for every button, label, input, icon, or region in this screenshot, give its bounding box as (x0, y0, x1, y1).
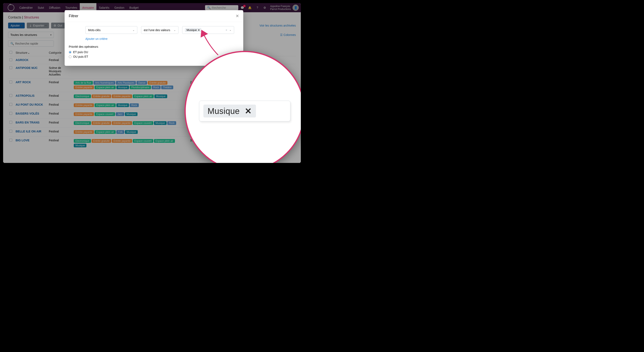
chevron-down-icon[interactable]: ⌄ (229, 28, 232, 32)
filter-value-chip[interactable]: Musique× (185, 28, 201, 32)
filter-field-select[interactable]: Mots-clés⌄ (86, 26, 137, 34)
callout-arrow (200, 32, 224, 57)
zoom-chip-x-icon: ✕ (245, 106, 252, 116)
radio-checked-icon (69, 51, 72, 53)
radio-unchecked-icon (69, 55, 72, 58)
zoom-chip: Musique✕ (204, 105, 256, 117)
chip-remove-icon[interactable]: × (198, 28, 200, 31)
filter-operator-select[interactable]: est l'une des valeurs⌄ (141, 26, 178, 34)
zoom-field: Musique✕ (199, 101, 290, 121)
close-icon[interactable]: ✕ (236, 13, 239, 18)
modal-title: Filtrer (69, 14, 78, 18)
clear-icon[interactable]: × (226, 28, 227, 32)
